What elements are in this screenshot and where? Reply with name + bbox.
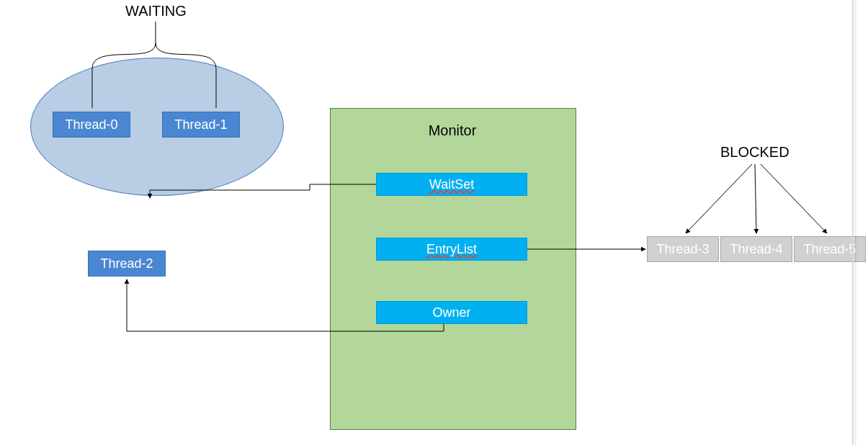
thread-2-box: Thread-2 xyxy=(88,251,166,277)
right-page-edge xyxy=(852,0,855,445)
monitor-title: Monitor xyxy=(330,122,575,139)
thread-4-box: Thread-4 xyxy=(720,236,792,262)
monitor-box xyxy=(330,108,576,430)
blocked-label: BLOCKED xyxy=(720,144,789,161)
thread-0-box: Thread-0 xyxy=(53,112,130,138)
monitor-waitset: WaitSet xyxy=(376,173,527,196)
blocked-arrows xyxy=(686,164,827,233)
waiting-label: WAITING xyxy=(125,3,187,19)
monitor-owner: Owner xyxy=(376,301,527,324)
thread-1-box: Thread-1 xyxy=(162,112,240,138)
diagram-canvas: WAITING Thread-0 Thread-1 Thread-2 Monit… xyxy=(0,0,868,445)
monitor-entrylist: EntryList xyxy=(376,238,527,261)
thread-5-box: Thread-5 xyxy=(794,236,866,262)
thread-3-box: Thread-3 xyxy=(647,236,719,262)
